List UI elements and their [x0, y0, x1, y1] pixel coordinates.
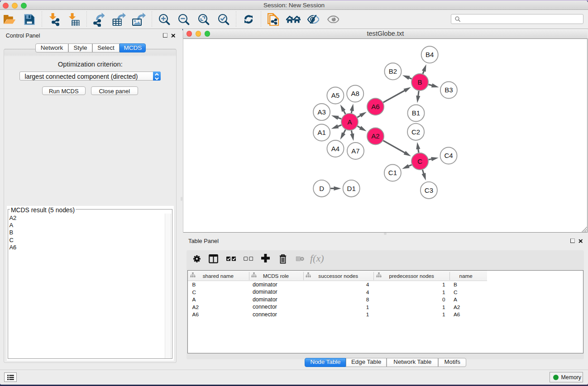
svg-text:A7: A7: [351, 147, 359, 155]
svg-text:A: A: [347, 118, 352, 126]
svg-text:C1: C1: [388, 169, 397, 176]
svg-text:D1: D1: [347, 185, 356, 192]
svg-text:A5: A5: [331, 91, 339, 99]
svg-text:B1: B1: [412, 109, 420, 117]
svg-text:B4: B4: [425, 51, 434, 58]
svg-text:A6: A6: [371, 103, 379, 110]
svg-text:C2: C2: [411, 128, 420, 136]
svg-text:D: D: [319, 185, 324, 192]
svg-text:C4: C4: [444, 152, 453, 159]
svg-text:A1: A1: [317, 129, 325, 136]
svg-text:A3: A3: [317, 108, 325, 116]
svg-text:A4: A4: [331, 145, 339, 152]
svg-text:B: B: [418, 78, 422, 86]
svg-text:A8: A8: [351, 90, 359, 97]
svg-text:C3: C3: [425, 186, 433, 194]
svg-text:A2: A2: [371, 132, 379, 140]
svg-text:C: C: [417, 157, 422, 165]
svg-text:B3: B3: [445, 86, 453, 94]
svg-text:B2: B2: [389, 67, 397, 75]
